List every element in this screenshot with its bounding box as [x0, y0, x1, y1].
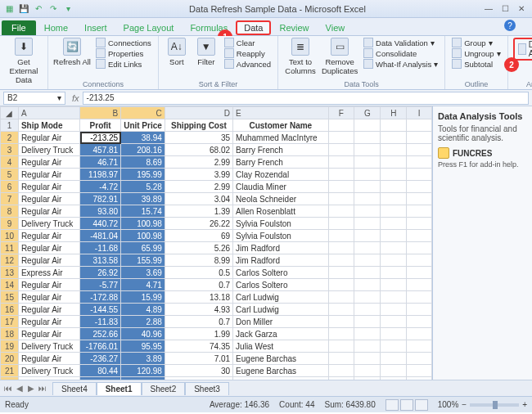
cell[interactable]: -144.55	[80, 304, 121, 316]
cell[interactable]	[354, 144, 381, 156]
undo-icon[interactable]: ↶	[33, 3, 44, 15]
cell[interactable]: 0.5	[165, 267, 232, 279]
cell[interactable]: Delivery Truck	[18, 340, 79, 353]
cell[interactable]: Express Air	[18, 267, 79, 279]
sheet-nav-next[interactable]: ▶	[26, 384, 36, 393]
minimize-button[interactable]: —	[481, 3, 496, 15]
cell[interactable]	[407, 254, 432, 267]
cell[interactable]: 2.99	[165, 181, 232, 193]
connections-button[interactable]: Connections	[94, 38, 153, 47]
cell[interactable]	[354, 316, 381, 328]
cell[interactable]: Delivery Truck	[18, 365, 79, 377]
cell[interactable]: Eugene Barchas	[233, 353, 328, 365]
cell[interactable]: Jim Radford	[233, 254, 328, 267]
tab-view[interactable]: View	[318, 20, 354, 35]
fx-icon[interactable]: fx	[72, 93, 79, 103]
select-all-cell[interactable]: ◢	[1, 107, 19, 119]
cell[interactable]	[354, 218, 381, 230]
cell[interactable]: 3.04	[165, 193, 232, 205]
cell[interactable]: Regular Air	[18, 193, 79, 205]
row-header-13[interactable]: 13	[1, 267, 19, 279]
cell[interactable]: 26.92	[80, 267, 121, 279]
cell[interactable]	[407, 230, 432, 242]
group-button[interactable]: Group ▾	[450, 38, 502, 47]
cell[interactable]	[381, 279, 407, 291]
cell[interactable]	[381, 242, 407, 254]
cell[interactable]	[407, 119, 432, 132]
cell[interactable]	[381, 144, 407, 156]
col-header-E[interactable]: E	[233, 107, 328, 119]
cell[interactable]	[407, 291, 432, 304]
close-button[interactable]: ✕	[514, 3, 529, 15]
cell[interactable]: 7.01	[165, 353, 232, 365]
sheet-nav-prev[interactable]: ◀	[15, 384, 25, 393]
cell[interactable]	[407, 353, 432, 365]
zoom-slider[interactable]	[470, 403, 519, 407]
cell[interactable]: 46.71	[80, 156, 121, 169]
cell[interactable]: -481.04	[80, 230, 121, 242]
cell[interactable]	[354, 340, 381, 353]
cell[interactable]: 0.7	[165, 279, 232, 291]
cell[interactable]	[407, 156, 432, 169]
cell[interactable]: 440.72	[80, 218, 121, 230]
cell[interactable]: 8.69	[121, 156, 165, 169]
sheet-nav-first[interactable]: ⏮	[3, 384, 13, 393]
cell[interactable]	[328, 328, 354, 340]
cell[interactable]: Julia West	[233, 340, 328, 353]
cell[interactable]: 457.81	[80, 144, 121, 156]
cell[interactable]	[407, 267, 432, 279]
sheet-tab-sheet3[interactable]: Sheet3	[185, 382, 229, 395]
cell[interactable]	[381, 254, 407, 267]
cell[interactable]: 68.02	[165, 144, 232, 156]
filter-button[interactable]: ▼Filter	[193, 38, 219, 66]
cell[interactable]: -11.83	[80, 316, 121, 328]
ungroup-button[interactable]: Ungroup ▾	[450, 48, 502, 58]
cell[interactable]: Regular Air	[18, 181, 79, 193]
cell[interactable]	[328, 144, 354, 156]
cell[interactable]: 252.66	[80, 328, 121, 340]
cell[interactable]	[354, 254, 381, 267]
header-cell[interactable]: Profit	[80, 119, 121, 132]
cell[interactable]: 195.99	[121, 169, 165, 181]
sheet-tab-sheet4[interactable]: Sheet4	[52, 382, 97, 395]
cell[interactable]	[381, 377, 407, 380]
cell[interactable]	[328, 181, 354, 193]
cell[interactable]: 5.26	[165, 242, 232, 254]
cell[interactable]	[381, 169, 407, 181]
cell[interactable]: Carlos Soltero	[233, 267, 328, 279]
remove-duplicates-button[interactable]: ▭Remove Duplicates	[321, 38, 358, 75]
cell[interactable]: 100.98	[121, 230, 165, 242]
worksheet[interactable]: ◢ABCDEFGHI1Ship ModeProfitUnit PriceShip…	[0, 106, 432, 380]
cell[interactable]: Regular Air	[18, 169, 79, 181]
row-header-16[interactable]: 16	[1, 304, 19, 316]
cell[interactable]: 95.95	[121, 340, 165, 353]
cell[interactable]	[328, 156, 354, 169]
cell[interactable]: 1198.97	[80, 169, 121, 181]
cell[interactable]: Claudia Miner	[233, 181, 328, 193]
sheet-nav-last[interactable]: ⏭	[38, 384, 47, 393]
cell[interactable]: Regular Air	[18, 291, 79, 304]
row-header-18[interactable]: 18	[1, 328, 19, 340]
cell[interactable]: 1.99	[165, 328, 232, 340]
cell[interactable]: Don Miller	[233, 316, 328, 328]
formula-bar[interactable]: -213.25	[83, 92, 529, 105]
header-cell[interactable]: Unit Price	[121, 119, 165, 132]
cell[interactable]	[407, 169, 432, 181]
tab-data[interactable]: Data	[236, 20, 271, 35]
cell[interactable]: -172.88	[80, 291, 121, 304]
row-header-10[interactable]: 10	[1, 230, 19, 242]
row-header-12[interactable]: 12	[1, 254, 19, 267]
tab-home[interactable]: Home	[36, 20, 76, 35]
cell[interactable]	[328, 169, 354, 181]
cell[interactable]: -11.68	[80, 242, 121, 254]
cell[interactable]	[354, 353, 381, 365]
zoom-control[interactable]: 100% − +	[438, 400, 527, 409]
cell[interactable]: 1.39	[165, 205, 232, 218]
cell[interactable]: Regular Air	[18, 156, 79, 169]
cell[interactable]: 4.71	[121, 279, 165, 291]
cell[interactable]: Regular Air	[18, 230, 79, 242]
row-header-4[interactable]: 4	[1, 156, 19, 169]
cell[interactable]	[381, 193, 407, 205]
advanced-button[interactable]: Advanced	[223, 59, 273, 69]
cell[interactable]: -213.25	[80, 132, 121, 144]
